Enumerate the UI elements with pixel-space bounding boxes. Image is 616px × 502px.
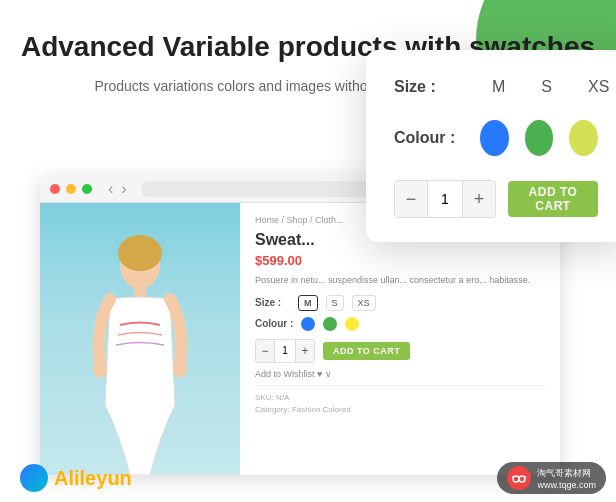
brand-logo: Alileyun <box>20 464 132 492</box>
wishlist-row: Add to Wishlist ♥ ∨ <box>255 369 545 379</box>
main-container: Advanced Variable products with swatches… <box>0 0 616 502</box>
wishlist-link[interactable]: Add to Wishlist <box>255 369 315 379</box>
glasses-icon <box>512 471 526 485</box>
svg-point-6 <box>519 476 525 482</box>
brand-name-part2: un <box>107 467 131 489</box>
popup-add-to-cart-button[interactable]: ADD TO CART <box>508 181 598 217</box>
popup-colour-blue[interactable] <box>480 120 509 156</box>
quantity-input[interactable] <box>274 340 296 362</box>
product-image-area <box>40 203 240 475</box>
colour-option-green[interactable] <box>323 317 337 331</box>
watermark-cn-text: 淘气哥素材网 <box>537 467 591 480</box>
sku-row: SKU: N/A <box>255 392 545 405</box>
popup-qty-cart-row: − + ADD TO CART <box>394 180 598 218</box>
popup-size-label: Size : <box>394 78 464 96</box>
popup-quantity-control: − + <box>394 180 496 218</box>
qty-decrease-button[interactable]: − <box>256 340 274 362</box>
popup-size-xs[interactable]: XS <box>580 74 616 100</box>
quantity-control: − + <box>255 339 315 363</box>
divider <box>255 385 545 386</box>
popup-quantity-input[interactable] <box>427 181 463 217</box>
popup-colour-label: Colour : <box>394 129 464 147</box>
popup-swatch-card: Size : M S XS Colour : − + ADD TO CART <box>366 50 616 242</box>
browser-content: Home / Shop / Cloth... Sweat... $599.00 … <box>40 203 560 475</box>
brand-name: Alileyun <box>54 467 132 490</box>
watermark-text-block: 淘气哥素材网 www.tqge.com <box>537 467 596 490</box>
brand-name-highlight: y <box>96 467 107 489</box>
size-option-s[interactable]: S <box>326 295 344 311</box>
popup-size-s[interactable]: S <box>533 74 560 100</box>
browser-nav: ‹ › <box>108 180 127 198</box>
brand-name-part1: Alile <box>54 467 96 489</box>
product-meta: SKU: N/A Category: Fashion Colored <box>255 392 545 418</box>
popup-colour-row: Colour : <box>394 120 598 156</box>
popup-qty-decrease-button[interactable]: − <box>395 181 427 217</box>
svg-point-3 <box>93 358 107 378</box>
watermark: 淘气哥素材网 www.tqge.com <box>497 462 606 494</box>
product-price: $599.00 <box>255 253 545 268</box>
popup-colour-green[interactable] <box>525 120 554 156</box>
wishlist-icon: ♥ ∨ <box>317 369 332 379</box>
category-row: Category: Fashion Colored <box>255 404 545 417</box>
back-arrow-icon[interactable]: ‹ <box>108 180 113 198</box>
colour-option-blue[interactable] <box>301 317 315 331</box>
forward-arrow-icon[interactable]: › <box>121 180 126 198</box>
size-selector-row: Size : M S XS <box>255 295 545 311</box>
popup-colour-yellow[interactable] <box>569 120 598 156</box>
popup-qty-increase-button[interactable]: + <box>463 181 495 217</box>
svg-point-5 <box>513 476 519 482</box>
colour-label: Colour : <box>255 318 293 329</box>
brand-dot-icon <box>20 464 48 492</box>
qty-increase-button[interactable]: + <box>296 340 314 362</box>
colour-option-yellow[interactable] <box>345 317 359 331</box>
model-image <box>40 203 240 475</box>
svg-point-4 <box>173 358 187 378</box>
add-to-cart-button[interactable]: ADD TO CART <box>323 342 410 360</box>
size-option-xs[interactable]: XS <box>352 295 376 311</box>
browser-minimize-dot[interactable] <box>66 184 76 194</box>
model-svg <box>80 235 200 475</box>
watermark-url: www.tqge.com <box>537 480 596 490</box>
bottom-branding: Alileyun <box>20 464 132 492</box>
browser-close-dot[interactable] <box>50 184 60 194</box>
browser-maximize-dot[interactable] <box>82 184 92 194</box>
colour-selector-row: Colour : <box>255 317 545 331</box>
watermark-icon <box>507 466 531 490</box>
popup-size-m[interactable]: M <box>484 74 513 100</box>
qty-cart-row: − + ADD TO CART <box>255 339 545 363</box>
popup-size-row: Size : M S XS <box>394 74 598 100</box>
svg-point-1 <box>118 235 162 271</box>
product-details: Home / Shop / Cloth... Sweat... $599.00 … <box>240 203 560 475</box>
product-description: Posuere in netu... suspendisse ullan... … <box>255 274 545 287</box>
size-label: Size : <box>255 297 290 308</box>
size-option-m[interactable]: M <box>298 295 318 311</box>
